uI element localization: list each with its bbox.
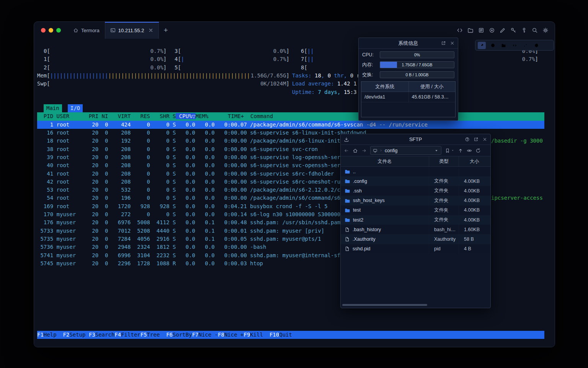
- back-button[interactable]: [344, 148, 349, 153]
- cpu-meter: 0[0.7%]: [44, 47, 167, 55]
- column-header[interactable]: 大小: [459, 156, 490, 166]
- fnkey-kill[interactable]: F9Kill: [244, 331, 270, 339]
- file-type: 文件夹: [429, 205, 459, 215]
- cpu-meter: 3[0.0%]: [175, 47, 289, 55]
- fnkey-nice-[interactable]: F7Nice -: [192, 331, 218, 339]
- file-type: 文件夹: [429, 215, 459, 225]
- search-icon[interactable]: [532, 27, 538, 33]
- tab-session[interactable]: 10.211.55.2: [105, 22, 159, 39]
- htop-tab-I/O[interactable]: I/O: [68, 104, 83, 112]
- folder-icon: [345, 178, 350, 184]
- fnkey-search[interactable]: F3Search: [89, 331, 114, 339]
- key-icon[interactable]: [510, 27, 516, 33]
- stat-row: 交换:0 B / 1.00GB: [359, 70, 458, 80]
- file-type: Xauthority: [429, 234, 459, 244]
- system-stats: CPU:0%内存:1.75GB / 7.65GB交换:0 B / 1.00GB: [359, 49, 458, 80]
- folder-icon[interactable]: [467, 27, 474, 33]
- show-hidden-files-button[interactable]: [467, 148, 472, 153]
- logs-icon[interactable]: [478, 27, 484, 33]
- file-icon: [345, 237, 350, 242]
- cpu-meter: 2[0.0%]: [44, 64, 167, 72]
- chevron-down-icon[interactable]: [434, 148, 439, 153]
- refresh-icon[interactable]: [532, 42, 541, 49]
- fnkey-help[interactable]: F1Help: [37, 331, 63, 339]
- column-header[interactable]: 类型: [429, 156, 459, 166]
- file-row[interactable]: ssh_host_keys文件夹4.00KB: [341, 196, 490, 205]
- fnkey-nice+[interactable]: F8Nice +: [218, 331, 243, 339]
- home-button[interactable]: [353, 148, 358, 153]
- file-row[interactable]: .XauthorityXauthority58 B: [341, 234, 490, 244]
- stat-label: CPU:: [362, 52, 377, 58]
- htop-view-tabs: MainI/O: [44, 104, 88, 112]
- folder-icon: [345, 207, 350, 213]
- stat-row: 内存:1.75GB / 7.65GB: [359, 60, 458, 70]
- terminal-icon: [110, 28, 116, 33]
- close-tab-icon[interactable]: [148, 28, 154, 33]
- forward-button[interactable]: [361, 148, 367, 153]
- info-icon[interactable]: [489, 42, 497, 49]
- overlay-toolbar: [475, 40, 554, 51]
- open-in-window-icon[interactable]: [474, 137, 479, 142]
- pencil-icon[interactable]: [500, 27, 506, 33]
- file-icon: [345, 246, 350, 251]
- sftp-table-header[interactable]: 文件名类型大小: [341, 156, 490, 167]
- process-table-header[interactable]: PID USER PRI NI VIRT RES SHR S CPU%▽MEM%…: [37, 112, 544, 121]
- help-icon[interactable]: [465, 137, 470, 142]
- code-icon[interactable]: [511, 42, 519, 49]
- pin-icon[interactable]: [478, 42, 486, 49]
- fnkey-filter[interactable]: F4Filter: [114, 331, 140, 339]
- file-size: 4.00KB: [459, 205, 490, 215]
- transfers-icon[interactable]: [344, 137, 349, 142]
- parent-directory-button[interactable]: [458, 148, 463, 153]
- close-panel-icon[interactable]: [482, 137, 487, 142]
- fnkey-setup[interactable]: F2Setup: [63, 331, 88, 339]
- file-row[interactable]: sshd.pidpid4 B: [341, 244, 490, 254]
- process-row[interactable]: 1 root 20 0 424 0 0 S 0.0 0.0 0:00.07 /p…: [37, 121, 544, 129]
- horizontal-scrollbar[interactable]: [342, 304, 427, 306]
- open-in-window-icon[interactable]: [441, 41, 446, 46]
- zoom-window-button[interactable]: [56, 28, 61, 33]
- home-icon: [73, 28, 78, 33]
- new-tab-button[interactable]: +: [159, 22, 172, 39]
- chevron-right-icon: [379, 149, 383, 152]
- transfer-icon[interactable]: [521, 42, 529, 49]
- column-header[interactable]: 文件名: [341, 156, 429, 166]
- fnkey-quit[interactable]: F10Quit: [270, 331, 299, 339]
- tab-bar: Termora 10.211.55.2 +: [68, 22, 173, 39]
- current-path: config: [385, 148, 432, 153]
- record-icon[interactable]: [489, 27, 495, 33]
- close-window-button[interactable]: [41, 28, 46, 33]
- cpu-meter: 4[|0.7%]: [175, 55, 289, 63]
- close-panel-icon[interactable]: [450, 41, 455, 46]
- code-icon[interactable]: [457, 27, 463, 33]
- system-summary: Uptime: 7 days, 15:3: [292, 88, 357, 96]
- folder-icon: [345, 188, 350, 194]
- file-row[interactable]: ..: [341, 167, 490, 176]
- fnkey-tree[interactable]: F5Tree: [140, 331, 166, 339]
- file-type: bash_hi…: [429, 225, 459, 234]
- fnkey-sortby[interactable]: F6SortBy: [166, 331, 192, 339]
- htop-tab-Main[interactable]: Main: [44, 104, 62, 112]
- system-info-header: 系统信息: [359, 38, 458, 49]
- minimize-window-button[interactable]: [49, 28, 53, 33]
- file-row[interactable]: test文件夹4.00KB: [341, 205, 490, 215]
- tab-termora[interactable]: Termora: [68, 22, 105, 39]
- stat-bar: 0 B / 1.00GB: [380, 71, 454, 78]
- gear-icon[interactable]: [542, 27, 549, 33]
- bookmarks-button[interactable]: [445, 148, 454, 153]
- folder-icon[interactable]: [500, 42, 508, 49]
- refresh-button[interactable]: [475, 148, 481, 153]
- file-type: 文件夹: [429, 186, 459, 196]
- file-row[interactable]: .ssh文件夹4.00KB: [341, 186, 490, 196]
- tab-label: Termora: [81, 28, 100, 33]
- folder-icon: [345, 217, 350, 223]
- stat-label: 内存:: [362, 62, 377, 68]
- certificate-icon[interactable]: [521, 27, 527, 33]
- file-name: .ssh: [353, 188, 362, 194]
- close-icon[interactable]: [543, 42, 551, 49]
- path-selector[interactable]: config: [370, 146, 441, 155]
- system-summary: Load average: 1.42 1: [292, 80, 357, 88]
- file-row[interactable]: test2文件夹4.00KB: [341, 215, 490, 225]
- file-row[interactable]: .bash_historybash_hi…1.60KB: [341, 225, 490, 234]
- file-row[interactable]: .config文件夹4.00KB: [341, 176, 490, 186]
